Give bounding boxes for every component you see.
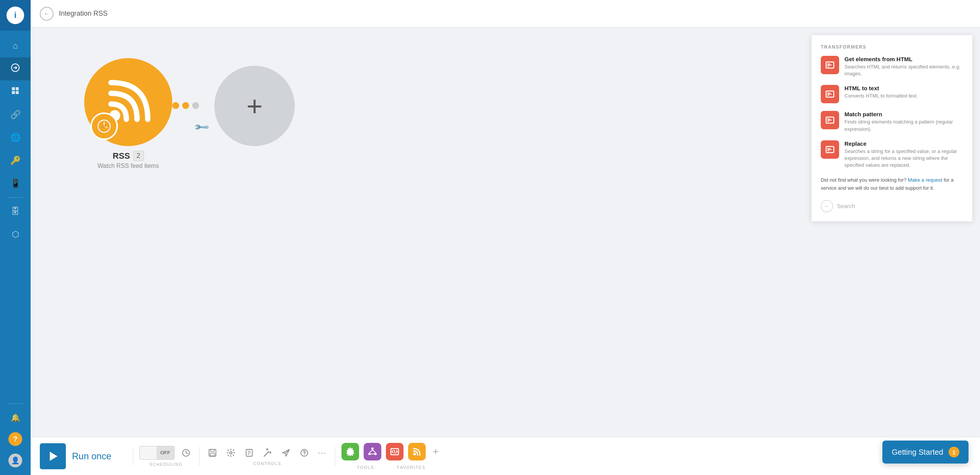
plus-icon: + xyxy=(433,446,438,457)
controls-group: ··· CONTROLS xyxy=(206,447,329,466)
run-once-button[interactable] xyxy=(40,443,66,469)
transformers-panel: TRANSFORMERS Get elements from HTML Sear… xyxy=(812,35,972,221)
transformer-item-replace[interactable]: Replace Searches a string for a specifie… xyxy=(821,140,963,169)
rss-module[interactable]: RSS 2 Watch RSS feed items xyxy=(84,58,172,169)
getting-started-label: Getting Started xyxy=(892,448,943,457)
sidebar-item-datastores[interactable]: 🗄 xyxy=(0,200,31,223)
transformer-item-match-pattern[interactable]: Match pattern Finds string elements matc… xyxy=(821,111,963,132)
module-circle[interactable] xyxy=(84,58,172,146)
page-title: Integration RSS xyxy=(59,10,108,18)
sidebar-item-apps[interactable]: ⬡ xyxy=(0,223,31,246)
clock-toolbar-icon[interactable] xyxy=(179,447,193,459)
scheduling-controls: OFF xyxy=(139,446,193,460)
notes-icon[interactable] xyxy=(242,447,256,459)
sidebar-item-scenarios[interactable] xyxy=(0,57,31,80)
sidebar-item-home[interactable]: ⌂ xyxy=(0,34,31,57)
connector-dot-3 xyxy=(192,102,199,109)
tools-favorites-labels: TOOLS FAVORITES xyxy=(357,463,426,470)
wrench-icon: 🔧 xyxy=(193,119,210,136)
add-module-button[interactable]: + xyxy=(214,66,295,146)
app-logo[interactable]: i xyxy=(7,7,24,24)
make-request-link[interactable]: Make a request xyxy=(908,177,942,183)
save-icon-svg xyxy=(208,448,217,457)
more-dots: ··· xyxy=(318,448,327,457)
sidebar-item-webhooks[interactable]: 🌐 xyxy=(0,126,31,149)
tools-code-button[interactable] xyxy=(386,443,403,460)
sidebar-item-profile[interactable]: 👤 xyxy=(0,451,31,470)
search-label: Search xyxy=(837,203,855,209)
mobile-icon: 📱 xyxy=(10,179,21,189)
sidebar-item-devices[interactable]: 📱 xyxy=(0,172,31,195)
play-icon xyxy=(47,450,59,462)
help-icon[interactable] xyxy=(297,447,311,459)
panel-search[interactable]: ← Search xyxy=(821,200,963,212)
transformer-icon-replace xyxy=(821,140,839,159)
tools-gear-button[interactable] xyxy=(341,443,359,460)
sidebar-item-templates[interactable] xyxy=(0,80,31,103)
send-icon[interactable] xyxy=(279,447,293,459)
cube-icon: ⬡ xyxy=(12,229,19,239)
svg-line-32 xyxy=(369,450,372,453)
avatar[interactable]: 👤 xyxy=(8,454,22,467)
getting-started-button[interactable]: Getting Started 1 xyxy=(882,441,969,464)
transformer-info-replace: Replace Searches a string for a specifie… xyxy=(844,140,963,169)
svg-line-33 xyxy=(372,450,376,453)
settings-icon-svg xyxy=(226,448,235,457)
help-icon-svg xyxy=(300,448,309,457)
transformer-item-get-elements[interactable]: Get elements from HTML Searches HTML and… xyxy=(821,56,963,77)
settings-icon[interactable] xyxy=(224,447,238,459)
toolbar-separator-1 xyxy=(133,447,133,466)
svg-rect-1 xyxy=(12,87,15,90)
magic-icon-svg xyxy=(263,448,272,457)
svg-line-36 xyxy=(394,450,395,453)
code-icon xyxy=(389,446,400,457)
clock-icon-svg xyxy=(181,448,191,457)
svg-rect-17 xyxy=(211,449,214,452)
tools-network-button[interactable] xyxy=(364,443,381,460)
sidebar-bottom: 🔔 ? 👤 xyxy=(0,401,31,475)
scenario-canvas: RSS 2 Watch RSS feed items 🔧 + TRANSFORM… xyxy=(31,28,980,437)
sidebar-nav: ⌂ 🔗 🌐 xyxy=(0,31,31,401)
clock-icon xyxy=(96,118,113,135)
tools-label: TOOLS xyxy=(357,465,374,470)
help-button[interactable]: ? xyxy=(8,432,22,446)
scheduling-group: OFF SCHEDULING xyxy=(139,446,193,467)
back-button[interactable]: ← xyxy=(40,7,54,21)
search-back-button[interactable]: ← xyxy=(821,200,833,212)
search-back-arrow-icon: ← xyxy=(825,203,830,209)
scheduling-toggle[interactable]: OFF xyxy=(139,446,175,460)
module-label: RSS 2 xyxy=(113,151,144,161)
transformer-name: Replace xyxy=(844,140,963,147)
database-icon: 🗄 xyxy=(11,207,20,216)
panel-section-title: TRANSFORMERS xyxy=(821,44,963,50)
sidebar-item-help[interactable]: ? xyxy=(0,429,31,449)
save-icon[interactable] xyxy=(206,447,219,459)
transformer-desc: Searches a string for a specified value,… xyxy=(844,148,963,169)
toolbar-separator-2 xyxy=(199,447,199,466)
replace-icon xyxy=(825,144,835,155)
tools-group: + TOOLS FAVORITES xyxy=(341,443,441,470)
svg-rect-18 xyxy=(210,453,215,456)
transformer-name: Get elements from HTML xyxy=(844,56,963,62)
svg-marker-14 xyxy=(50,452,57,461)
key-icon: 🔑 xyxy=(10,156,21,166)
html-to-text-icon xyxy=(825,89,835,99)
transformer-name: Match pattern xyxy=(844,111,963,117)
magic-icon[interactable] xyxy=(261,447,274,459)
svg-rect-2 xyxy=(16,87,19,90)
sidebar-item-notifications[interactable]: 🔔 xyxy=(0,408,31,428)
transformer-info-match-pattern: Match pattern Finds string elements matc… xyxy=(844,111,963,132)
svg-point-31 xyxy=(374,453,377,455)
svg-rect-3 xyxy=(12,91,15,94)
tools-rss-button[interactable] xyxy=(408,443,426,460)
more-icon[interactable]: ··· xyxy=(316,447,329,459)
match-pattern-icon xyxy=(825,115,835,125)
transformer-desc: Converts HTML to formatted text. xyxy=(844,93,963,99)
transformer-icon-get-elements xyxy=(821,56,839,74)
add-favorite-button[interactable]: + xyxy=(430,444,441,459)
sidebar-item-keys[interactable]: 🔑 xyxy=(0,149,31,172)
transformer-item-html-to-text[interactable]: HTML to text Converts HTML to formatted … xyxy=(821,85,963,103)
sidebar-item-connections[interactable]: 🔗 xyxy=(0,103,31,126)
connector-dot-2 xyxy=(182,102,189,109)
svg-line-24 xyxy=(264,452,269,456)
